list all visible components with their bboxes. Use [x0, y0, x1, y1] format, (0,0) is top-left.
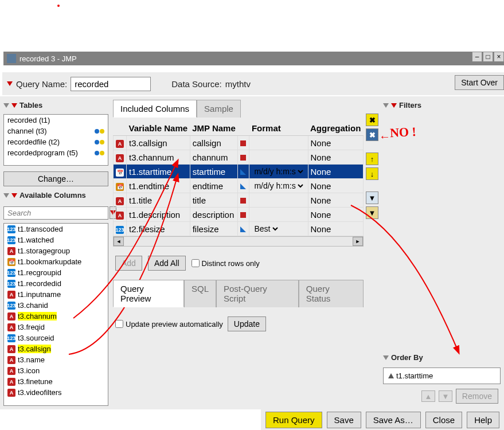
close-window-button[interactable]: ×: [494, 52, 504, 62]
grid-row[interactable]: At1.descriptiondescriptionNone: [114, 208, 364, 222]
column-item[interactable]: 123t1.watched: [4, 234, 108, 245]
save-as-button[interactable]: Save As…: [366, 412, 421, 428]
avail-menu-icon[interactable]: [11, 193, 17, 198]
column-item[interactable]: 123t1.recordedid: [4, 278, 108, 289]
table-item[interactable]: recordedprogram (t5): [4, 147, 108, 158]
filters-header[interactable]: Filters: [383, 100, 501, 111]
sort-asc-icon: [388, 373, 394, 378]
column-item[interactable]: At3.name: [4, 354, 108, 365]
save-button[interactable]: Save: [327, 412, 361, 428]
app-icon: [7, 54, 16, 63]
tab-query-preview[interactable]: Query Preview: [113, 280, 184, 307]
column-item[interactable]: 123t1.transcoded: [4, 224, 108, 234]
orderby-header[interactable]: Order By: [383, 352, 501, 363]
query-name-input[interactable]: [71, 77, 151, 91]
tab-included-columns[interactable]: Included Columns: [113, 100, 197, 118]
included-columns-grid[interactable]: Variable Name JMP Name Format Aggregatio…: [113, 121, 364, 236]
column-item[interactable]: At1.storagegroup: [4, 245, 108, 256]
footer-buttons: Run Query Save Save As… Close Help: [261, 409, 504, 430]
available-columns-list[interactable]: 123t1.transcoded123t1.watchedAt1.storage…: [3, 223, 108, 406]
table-item[interactable]: recorded (t1): [4, 115, 108, 126]
tables-menu-icon[interactable]: [11, 103, 17, 108]
column-item[interactable]: At3.channum: [4, 311, 108, 322]
add-all-button[interactable]: Add All: [148, 256, 186, 271]
available-columns-header[interactable]: Available Columns: [3, 190, 108, 201]
query-toolbar: Query Name: Data Source: mythtv Start Ov…: [2, 72, 504, 95]
add-button[interactable]: Add: [115, 256, 142, 271]
column-item[interactable]: 123t3.sourceid: [4, 333, 108, 343]
grid-row[interactable]: At1.titletitleNone: [114, 193, 364, 208]
collapse-icon[interactable]: [3, 193, 9, 198]
column-item[interactable]: At1.inputname: [4, 289, 108, 300]
minimize-button[interactable]: –: [472, 52, 482, 62]
orderby-up-button[interactable]: ▲: [421, 390, 435, 402]
collapse-icon[interactable]: [3, 103, 9, 108]
window-title: recorded 3 - JMP: [19, 54, 77, 63]
tables-list[interactable]: recorded (t1)channel (t3)recordedfile (t…: [3, 114, 108, 166]
grid-row[interactable]: 📅t1.endtimeendtimem/d/y h:m:sNone: [114, 179, 364, 193]
column-item[interactable]: 📅t1.bookmarkupdate: [4, 256, 108, 267]
collapse-icon[interactable]: [383, 355, 389, 360]
formula-button[interactable]: ✖: [366, 128, 378, 141]
scroll-left-icon[interactable]: ◄: [114, 237, 124, 246]
column-item[interactable]: At3.icon: [4, 365, 108, 376]
add-orderby-button[interactable]: ▼: [366, 206, 378, 219]
titlebar: recorded 3 - JMP: [3, 52, 504, 65]
run-query-button[interactable]: Run Query: [265, 412, 322, 428]
table-item[interactable]: recordedfile (t2): [4, 136, 108, 147]
move-up-button[interactable]: ↑: [366, 153, 378, 165]
maximize-button[interactable]: □: [483, 52, 493, 62]
collapse-icon[interactable]: [383, 103, 389, 108]
orderby-down-button[interactable]: ▼: [439, 390, 452, 402]
filters-menu-icon[interactable]: [391, 103, 397, 108]
orderby-remove-button[interactable]: Remove: [456, 389, 498, 404]
update-preview-checkbox[interactable]: Update preview automatically: [115, 320, 223, 329]
column-item[interactable]: At3.freqid: [4, 322, 108, 333]
tab-sample[interactable]: Sample: [197, 100, 241, 118]
tab-post-query-script[interactable]: Post-Query Script: [216, 280, 299, 307]
query-name-label: Query Name:: [16, 79, 67, 89]
search-input[interactable]: [3, 206, 108, 220]
tables-header[interactable]: Tables: [3, 100, 108, 111]
close-button[interactable]: Close: [425, 412, 462, 428]
data-source-label: Data Source:: [171, 79, 222, 89]
grid-row[interactable]: At3.callsigncallsignNone: [114, 136, 364, 150]
remove-column-button[interactable]: ✖: [366, 114, 378, 126]
column-item[interactable]: At3.callsign: [4, 343, 108, 354]
grid-row[interactable]: 📅t1.starttimestarttimem/d/y h:m:sNone: [114, 165, 364, 179]
data-source-value: mythtv: [225, 79, 251, 89]
query-menu-icon[interactable]: [7, 81, 13, 86]
grid-row[interactable]: At3.channumchannumNone: [114, 150, 364, 165]
table-item[interactable]: channel (t3): [4, 126, 108, 136]
column-item[interactable]: 123t1.recgroupid: [4, 267, 108, 278]
add-filter-button[interactable]: ▼: [366, 191, 378, 204]
column-item[interactable]: At3.videofilters: [4, 387, 108, 398]
orderby-list[interactable]: t1.starttime: [383, 368, 501, 384]
update-button[interactable]: Update: [228, 316, 266, 331]
column-item[interactable]: 123t3.chanid: [4, 300, 108, 311]
grid-row[interactable]: 123t2.filesizefilesizeBestNone: [114, 222, 364, 236]
scroll-right-icon[interactable]: ►: [353, 237, 363, 246]
start-over-button[interactable]: Start Over: [455, 75, 504, 90]
tab-sql[interactable]: SQL: [184, 280, 216, 307]
move-down-button[interactable]: ↓: [366, 167, 378, 180]
orderby-item[interactable]: t1.starttime: [386, 370, 498, 381]
tab-query-status[interactable]: Query Status: [299, 280, 364, 307]
help-button[interactable]: Help: [467, 412, 499, 428]
change-button[interactable]: Change…: [3, 171, 108, 186]
column-item[interactable]: At3.finetune: [4, 376, 108, 387]
distinct-checkbox[interactable]: Distinct rows only: [192, 259, 260, 268]
grid-scrollbar[interactable]: ◄ ►: [113, 236, 364, 247]
